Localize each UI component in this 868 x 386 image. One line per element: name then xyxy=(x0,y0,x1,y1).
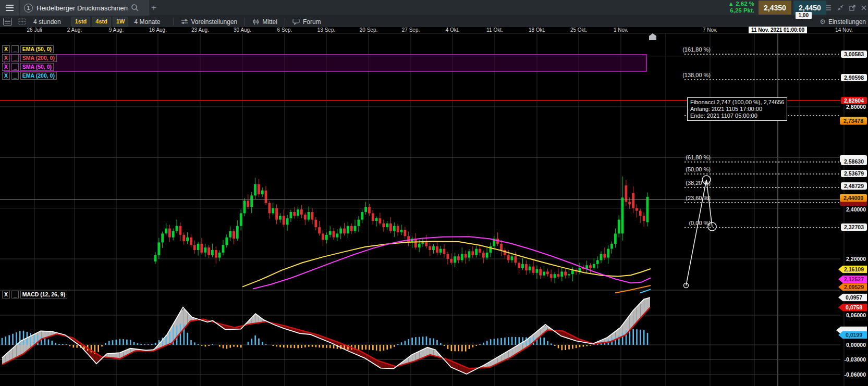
legend-item-3[interactable]: X_EMA (200, 0) xyxy=(2,72,57,80)
spread-badge: 1,00 xyxy=(796,12,812,19)
legend-item-1[interactable]: X_SMA (200, 0) xyxy=(2,54,57,62)
legend-item-macd[interactable]: X_MACD (12, 26, 9) xyxy=(2,291,67,298)
legend-close-icon[interactable]: X xyxy=(2,54,10,62)
legend-close-icon[interactable]: X xyxy=(2,63,10,71)
legend-dash-icon[interactable]: _ xyxy=(11,45,19,53)
legend-label: EMA (200, 0) xyxy=(20,72,57,80)
legend-close-icon[interactable]: X xyxy=(2,45,10,53)
legend-dash-icon[interactable]: _ xyxy=(11,291,19,298)
legend-label: MACD (12, 26, 9) xyxy=(20,291,67,298)
legend-item-2[interactable]: X_SMA (50, 0) xyxy=(2,63,54,71)
trading-app-window: 1 Heidelberger Druckmaschinen + ▲ 2,62 %… xyxy=(0,0,868,386)
legend-dash-icon[interactable]: _ xyxy=(11,72,19,80)
legend-close-icon[interactable]: X xyxy=(2,291,10,298)
legend-close-icon[interactable]: X xyxy=(2,72,10,80)
chart-canvas[interactable] xyxy=(0,0,868,386)
legend-item-0[interactable]: X_EMA (50, 0) xyxy=(2,45,54,53)
legend-label: SMA (200, 0) xyxy=(20,54,57,62)
legend-dash-icon[interactable]: _ xyxy=(11,54,19,62)
legend-label: SMA (50, 0) xyxy=(20,63,54,71)
legend-dash-icon[interactable]: _ xyxy=(11,63,19,71)
legend-label: EMA (50, 0) xyxy=(20,45,54,53)
